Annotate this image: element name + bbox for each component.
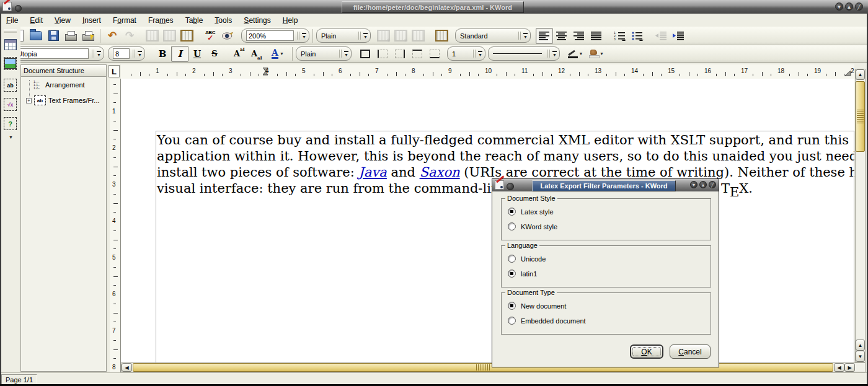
border-all-button[interactable] xyxy=(356,46,374,62)
radio-kword-style[interactable]: KWord style xyxy=(508,222,557,231)
scroll-right-button[interactable]: ▶ xyxy=(844,363,855,372)
radio-new-document[interactable]: New document xyxy=(508,301,566,310)
saxon-link[interactable]: Saxon xyxy=(420,165,460,180)
increase-indent-button[interactable] xyxy=(670,28,687,44)
frame-tool-button-3[interactable] xyxy=(178,28,195,44)
toolbar-overflow-arrow[interactable]: ▼ xyxy=(0,136,20,139)
strikethrough-button[interactable]: S xyxy=(206,46,223,62)
insert-table-button[interactable] xyxy=(4,38,17,51)
sticky-button[interactable] xyxy=(507,182,514,193)
menu-view[interactable]: View xyxy=(55,16,71,25)
border-color-button[interactable]: ▼ xyxy=(565,46,586,62)
align-center-button[interactable] xyxy=(553,28,570,44)
numbered-list-button[interactable]: 1.2.3. xyxy=(611,28,629,44)
title-bar[interactable]: file:/home/peter/doc/beginlatex/para.xml… xyxy=(0,0,868,14)
style-tool-button-3[interactable] xyxy=(409,28,427,44)
open-button[interactable] xyxy=(27,28,45,44)
minimize-button[interactable]: ▼ xyxy=(835,2,843,11)
tab-stop-selector[interactable]: L xyxy=(108,65,120,77)
vertical-ruler[interactable]: 12345678 xyxy=(110,79,121,372)
print-button[interactable] xyxy=(62,28,79,44)
java-link[interactable]: Java xyxy=(358,165,386,180)
menu-format[interactable]: Format xyxy=(113,16,136,25)
close-button[interactable]: ╱ xyxy=(855,2,863,11)
radio-button[interactable] xyxy=(508,302,516,310)
border-left-button[interactable] xyxy=(374,46,391,62)
decrease-indent-button[interactable] xyxy=(652,28,670,44)
align-justify-button[interactable] xyxy=(588,28,605,44)
subscript-button[interactable]: AaI xyxy=(246,46,263,62)
menu-frames[interactable]: Frames xyxy=(148,16,174,25)
print-preview-button[interactable] xyxy=(79,28,97,44)
menu-file[interactable]: File xyxy=(6,16,18,25)
radio-latex-style[interactable]: Latex style xyxy=(508,207,554,216)
border-bottom-button[interactable] xyxy=(426,46,443,62)
border-width-combobox[interactable]: 1 ▼ xyxy=(447,46,485,61)
text-style-combobox[interactable]: Standard ▼ xyxy=(455,29,531,43)
radio-button[interactable] xyxy=(508,317,516,325)
insert-picture-button[interactable] xyxy=(4,57,17,70)
font-family-combobox[interactable]: Utopia ▼ xyxy=(10,46,104,61)
scroll-left-button[interactable]: ◀ xyxy=(122,363,132,372)
menu-insert[interactable]: Insert xyxy=(82,16,101,25)
insert-text-frame-button[interactable]: ab xyxy=(4,79,17,92)
expander-icon[interactable]: + xyxy=(26,98,32,103)
close-button[interactable]: ╱ xyxy=(709,181,716,188)
minimize-button[interactable]: ▼ xyxy=(690,181,698,188)
horizontal-ruler[interactable]: 1234567891011121314151617181920 xyxy=(121,64,854,79)
sticky-button[interactable] xyxy=(15,3,22,14)
style-tool-button-1[interactable]: ✳ xyxy=(374,28,392,44)
vertical-scrollbar-thumb[interactable] xyxy=(856,81,865,152)
document-canvas[interactable]: You can of course buy and install a full… xyxy=(121,79,854,362)
bold-button[interactable]: B xyxy=(154,46,171,62)
superscript-button[interactable]: AaI xyxy=(228,46,246,62)
border-style-combobox[interactable]: ▼ xyxy=(488,46,560,61)
tree-item-text-frames[interactable]: + ab Text Frames/Fr... xyxy=(26,95,100,105)
border-top-button[interactable] xyxy=(409,46,426,62)
redo-button[interactable]: ↷ xyxy=(121,28,138,44)
cancel-button[interactable]: Cancel xyxy=(670,344,711,359)
insert-formula-button[interactable]: √x xyxy=(4,98,17,111)
radio-button[interactable] xyxy=(508,270,516,278)
autocorrect-button[interactable] xyxy=(219,28,236,44)
paragraph-style-combobox[interactable]: Plain ▼ xyxy=(316,29,371,43)
zoom-combobox[interactable]: 200% ▼ xyxy=(241,29,309,43)
scroll-up-button-2[interactable]: ▲ xyxy=(856,340,865,351)
menu-edit[interactable]: Edit xyxy=(30,16,43,25)
menu-tools[interactable]: Tools xyxy=(215,16,232,25)
font-size-combobox[interactable]: 8 ▼ xyxy=(108,46,145,61)
menu-settings[interactable]: Settings xyxy=(244,16,270,25)
align-right-button[interactable] xyxy=(570,28,588,44)
radio-button[interactable] xyxy=(508,222,516,230)
radio-latin1[interactable]: latin1 xyxy=(508,269,537,278)
italic-button[interactable]: I xyxy=(171,46,188,62)
undo-button[interactable]: ↶ xyxy=(104,28,121,44)
bullet-list-button[interactable] xyxy=(629,28,646,44)
scroll-left-button-2[interactable]: ◀ xyxy=(834,363,844,372)
font-color-button[interactable]: A ▼ xyxy=(267,46,289,62)
scroll-up-button[interactable]: ▲ xyxy=(856,69,865,80)
border-right-button[interactable] xyxy=(391,46,409,62)
dialog-title-bar[interactable]: Latex Export Filter Parameters - KWord ▼… xyxy=(492,179,719,191)
align-left-button[interactable] xyxy=(536,28,553,44)
save-button[interactable] xyxy=(45,28,62,44)
style-tool-button-2[interactable]: ✳ xyxy=(392,28,409,44)
insert-object-button[interactable]: ? xyxy=(4,117,17,130)
style-tool-button-4[interactable] xyxy=(433,28,450,44)
underline-button[interactable]: U xyxy=(188,46,206,62)
frame-tool-button-2[interactable] xyxy=(161,28,178,44)
frame-tool-button-1[interactable] xyxy=(143,28,161,44)
ok-button[interactable]: OK xyxy=(630,344,663,359)
tree-item-arrangement[interactable]: 1.—1.1–1.2– Arrangement xyxy=(33,81,85,89)
radio-button[interactable] xyxy=(508,208,516,216)
radio-unicode[interactable]: Unicode xyxy=(508,254,546,263)
scroll-down-button[interactable]: ▼ xyxy=(856,351,865,362)
toolbar-handle[interactable] xyxy=(4,29,17,33)
radio-embedded-document[interactable]: Embedded document xyxy=(508,316,586,325)
menu-help[interactable]: Help xyxy=(283,16,298,25)
maximize-button[interactable]: ▲ xyxy=(845,2,853,11)
background-color-button[interactable]: ▼ xyxy=(586,46,607,62)
spellcheck-button[interactable]: ABC✓ xyxy=(202,28,219,44)
frame-style-combobox[interactable]: Plain ▼ xyxy=(296,46,352,61)
horizontal-scrollbar-thumb[interactable] xyxy=(133,363,833,372)
